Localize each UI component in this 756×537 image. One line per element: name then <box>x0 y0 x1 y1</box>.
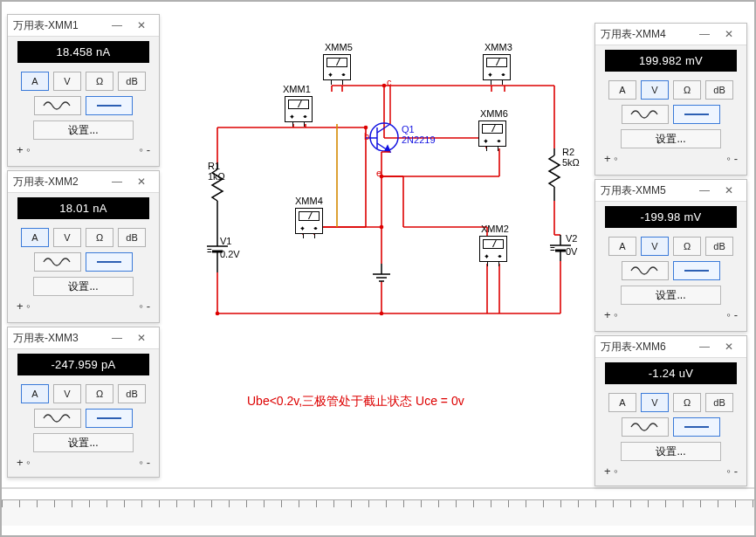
settings-button[interactable]: 设置... <box>621 442 721 461</box>
plus-terminal: + ◦ <box>17 456 31 469</box>
minimize-icon[interactable]: — <box>105 176 129 188</box>
plus-terminal: + ◦ <box>604 308 618 321</box>
label-xmm3: XMM3 <box>485 42 512 52</box>
meter-xmm1: 万用表-XMM1—✕18.458 nAAVΩdB设置...+ ◦◦ - <box>7 14 160 167</box>
close-icon[interactable]: ✕ <box>129 19 154 31</box>
ac-button[interactable] <box>622 105 669 124</box>
meter-xmm4: 万用表-XMM4—✕199.982 mVAVΩdB设置...+ ◦◦ - <box>594 23 747 176</box>
label-q1-ref: Q1 <box>402 124 415 134</box>
dc-button[interactable] <box>673 105 720 124</box>
mode-db-button[interactable]: dB <box>118 228 146 247</box>
dc-button[interactable] <box>673 417 720 437</box>
minus-terminal: ◦ - <box>726 152 738 165</box>
ac-button[interactable] <box>622 261 669 280</box>
mode-v-button[interactable]: V <box>53 72 81 91</box>
mode-v-button[interactable]: V <box>53 228 81 247</box>
label-v2-val: 0V <box>566 246 577 257</box>
plus-terminal: + ◦ <box>604 465 618 478</box>
mode-db-button[interactable]: dB <box>705 237 733 256</box>
titlebar[interactable]: 万用表-XMM6—✕ <box>595 336 746 358</box>
mode-ohm-button[interactable]: Ω <box>673 237 701 256</box>
settings-button[interactable]: 设置... <box>33 120 134 140</box>
dc-button[interactable] <box>86 96 133 115</box>
mode-ohm-button[interactable]: Ω <box>86 228 113 247</box>
window-title: 万用表-XMM6 <box>601 340 692 355</box>
mode-db-button[interactable]: dB <box>705 393 733 412</box>
minus-terminal: ◦ - <box>139 299 150 313</box>
mode-a-button[interactable]: A <box>21 72 49 91</box>
mode-ohm-button[interactable]: Ω <box>673 393 701 412</box>
minimize-icon[interactable]: — <box>105 332 129 344</box>
mode-db-button[interactable]: dB <box>705 80 733 100</box>
close-icon[interactable]: ✕ <box>717 28 741 40</box>
window-title: 万用表-XMM3 <box>13 331 105 346</box>
titlebar[interactable]: 万用表-XMM4—✕ <box>595 24 746 45</box>
label-xmm2: XMM2 <box>481 224 509 234</box>
probe-xmm2[interactable]: +− <box>479 236 507 262</box>
probe-xmm4[interactable]: +− <box>295 208 323 234</box>
meter-xmm6: 万用表-XMM6—✕-1.24 uVAVΩdB设置...+ ◦◦ - <box>594 335 747 486</box>
readout: 199.982 mV <box>605 50 737 72</box>
mode-a-button[interactable]: A <box>21 228 49 247</box>
mode-ohm-button[interactable]: Ω <box>86 384 113 403</box>
minimize-icon[interactable]: — <box>105 19 129 31</box>
mode-a-button[interactable]: A <box>608 237 636 256</box>
close-icon[interactable]: ✕ <box>717 341 741 353</box>
probe-xmm1[interactable]: +− <box>285 96 313 122</box>
probe-xmm3[interactable]: +− <box>483 54 511 80</box>
mode-v-button[interactable]: V <box>641 80 669 100</box>
label-v1-val: 0.2V <box>220 249 240 259</box>
annotation-text: Ube<0.2v,三极管处于截止状态 Uce = 0v <box>247 394 464 410</box>
label-q1-type: 2N2219 <box>402 134 436 145</box>
close-icon[interactable]: ✕ <box>129 176 154 188</box>
mode-v-button[interactable]: V <box>641 393 669 412</box>
probe-xmm6[interactable]: +− <box>478 120 506 147</box>
readout: 18.458 nA <box>17 41 149 63</box>
dc-button[interactable] <box>673 261 720 280</box>
meter-xmm5: 万用表-XMM5—✕-199.98 mVAVΩdB设置...+ ◦◦ - <box>594 179 747 332</box>
ac-button[interactable] <box>622 417 669 437</box>
minimize-icon[interactable]: — <box>692 184 717 196</box>
readout: -199.98 mV <box>605 206 737 228</box>
ac-button[interactable] <box>34 96 81 115</box>
minimize-icon[interactable]: — <box>692 28 717 40</box>
titlebar[interactable]: 万用表-XMM5—✕ <box>595 180 746 202</box>
window-title: 万用表-XMM5 <box>601 183 692 198</box>
plus-terminal: + ◦ <box>17 143 31 156</box>
mode-db-button[interactable]: dB <box>118 72 146 91</box>
mode-db-button[interactable]: dB <box>118 384 146 403</box>
settings-button[interactable]: 设置... <box>33 433 134 452</box>
settings-button[interactable]: 设置... <box>33 277 134 296</box>
probe-xmm5[interactable]: +− <box>323 54 351 80</box>
dc-button[interactable] <box>86 409 133 428</box>
node-b: b <box>364 131 369 141</box>
ac-button[interactable] <box>34 252 81 272</box>
titlebar[interactable]: 万用表-XMM3—✕ <box>8 327 159 349</box>
titlebar[interactable]: 万用表-XMM2—✕ <box>8 171 159 193</box>
mode-a-button[interactable]: A <box>21 384 49 403</box>
label-r2-val: 5kΩ <box>562 157 580 168</box>
label-xmm1: XMM1 <box>283 84 311 94</box>
mode-ohm-button[interactable]: Ω <box>86 72 113 91</box>
label-r1-val: 1kΩ <box>208 171 225 182</box>
mode-v-button[interactable]: V <box>641 237 669 256</box>
node-e: e <box>376 168 381 178</box>
mode-a-button[interactable]: A <box>608 80 636 100</box>
readout: -247.959 pA <box>17 354 149 375</box>
label-xmm4: XMM4 <box>295 196 323 206</box>
settings-button[interactable]: 设置... <box>621 286 721 305</box>
mode-v-button[interactable]: V <box>53 384 81 403</box>
window-title: 万用表-XMM1 <box>13 18 105 33</box>
close-icon[interactable]: ✕ <box>717 184 741 196</box>
label-xmm6: XMM6 <box>480 108 508 119</box>
titlebar[interactable]: 万用表-XMM1—✕ <box>8 15 159 37</box>
mode-ohm-button[interactable]: Ω <box>673 80 701 100</box>
settings-button[interactable]: 设置... <box>621 129 721 148</box>
close-icon[interactable]: ✕ <box>129 332 154 344</box>
meter-xmm3: 万用表-XMM3—✕-247.959 pAAVΩdB设置...+ ◦◦ - <box>7 327 160 478</box>
ac-button[interactable] <box>34 409 81 428</box>
mode-a-button[interactable]: A <box>608 393 636 412</box>
minimize-icon[interactable]: — <box>692 341 717 353</box>
dc-button[interactable] <box>86 252 133 272</box>
minus-terminal: ◦ - <box>139 456 150 469</box>
